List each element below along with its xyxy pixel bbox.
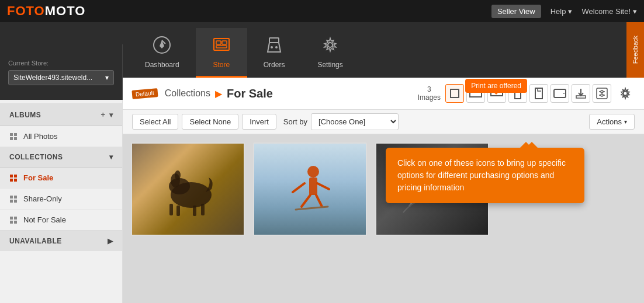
albums-label: ALBUMS (9, 111, 41, 119)
all-photos-label: All Photos (23, 132, 58, 141)
svg-rect-30 (535, 88, 542, 99)
download-svg (575, 88, 587, 99)
settings-icon (321, 36, 340, 58)
share-only-icon (9, 195, 18, 203)
add-album-button[interactable]: ＋ ▾ (99, 110, 113, 120)
tab-orders[interactable]: Orders (247, 28, 302, 78)
breadcrumb-current: For Sale (227, 87, 273, 100)
select-all-button[interactable]: Select All (132, 114, 178, 130)
svg-point-46 (175, 170, 181, 180)
svg-rect-12 (10, 137, 13, 140)
tab-dashboard-label: Dashboard (145, 61, 179, 69)
svg-rect-26 (451, 89, 459, 97)
svg-rect-19 (14, 196, 17, 198)
albums-section-header: ALBUMS ＋ ▾ (0, 104, 122, 126)
image-thumb-horse[interactable] (131, 142, 245, 236)
square-format-icon[interactable] (445, 84, 464, 103)
sidebar-item-share-only[interactable]: Share-Only (0, 189, 122, 210)
horse-image (132, 144, 244, 235)
not-for-sale-label: Not For Sale (23, 215, 66, 224)
collections-section-header: COLLECTIONS ▾ (0, 147, 122, 168)
svg-rect-48 (176, 206, 180, 216)
collections-label: COLLECTIONS (9, 153, 63, 161)
breadcrumb: Default Collections ▶ For Sale (132, 87, 273, 100)
svg-line-54 (317, 183, 329, 189)
top-nav-bar: FOTOMOTO Seller View Help ▾ Welcome Site… (0, 0, 644, 22)
svg-rect-52 (309, 177, 317, 195)
image-thumb-skier[interactable] (253, 142, 367, 236)
seller-view-button[interactable]: Seller View (491, 5, 541, 18)
svg-line-53 (293, 183, 304, 192)
tab-orders-label: Orders (264, 61, 285, 69)
sidebar-item-for-sale[interactable]: For Sale (0, 168, 122, 189)
current-store-value: SiteWelder493.siteweld... (13, 74, 92, 82)
actions-button[interactable]: Actions (589, 114, 635, 130)
svg-rect-14 (10, 175, 13, 177)
sort-by-label: Sort by (283, 117, 307, 126)
invert-button[interactable]: Invert (242, 114, 276, 130)
chevron-right-icon-unavailable[interactable]: ▶ (108, 237, 113, 245)
unavailable-label: UNAVAILABLE (9, 237, 62, 245)
svg-rect-22 (10, 217, 13, 220)
sidebar-item-not-for-sale[interactable]: Not For Sale (0, 210, 122, 231)
svg-rect-13 (14, 137, 17, 140)
plus-icon: ＋ (99, 110, 107, 120)
select-none-button[interactable]: Select None (182, 114, 238, 130)
settings-overlay-svg (596, 88, 608, 99)
svg-line-56 (316, 195, 322, 207)
store-icon (212, 36, 231, 58)
main-layout: Overview ALBUMS ＋ ▾ All Photos COLLECTIO… (0, 78, 644, 303)
svg-rect-18 (10, 196, 13, 198)
default-badge: Default (131, 88, 158, 99)
breadcrumb-arrow-icon: ▶ (215, 88, 222, 99)
svg-rect-49 (193, 206, 196, 216)
sidebar-item-all-photos[interactable]: All Photos (0, 126, 122, 147)
feedback-tab[interactable]: Feedback (626, 22, 644, 78)
svg-point-8 (275, 46, 278, 48)
svg-rect-10 (10, 133, 13, 136)
print-tooltip: Print are offered (465, 79, 527, 93)
top-nav-right: Seller View Help ▾ Welcome Site! ▾ (491, 5, 637, 18)
svg-rect-25 (14, 221, 17, 224)
svg-point-51 (307, 166, 319, 177)
tab-settings[interactable]: Settings (301, 28, 359, 78)
header-right: Print are offered 3 Images (418, 84, 635, 103)
sort-select[interactable]: [Choose One] (311, 113, 399, 130)
settings-overlay-icon[interactable] (593, 84, 611, 103)
for-sale-label: For Sale (23, 173, 53, 182)
svg-point-9 (328, 43, 333, 47)
svg-rect-21 (14, 200, 17, 203)
page-format-icon[interactable] (529, 84, 548, 103)
logo: FOTOMOTO (7, 4, 85, 19)
gear-button[interactable] (616, 84, 635, 103)
skier-image (254, 144, 366, 235)
tablet-format-icon[interactable] (550, 84, 569, 103)
for-sale-icon (9, 174, 18, 182)
svg-rect-3 (216, 41, 221, 44)
images-number: 3 (418, 85, 441, 93)
images-count: 3 Images (418, 85, 441, 102)
welcome-link[interactable]: Welcome Site! ▾ (581, 7, 637, 16)
feedback-label: Feedback (632, 36, 639, 64)
logo-foto: FOTO (7, 4, 45, 18)
tooltip-arrow-up (520, 142, 532, 148)
logo-moto: MOTO (45, 4, 86, 18)
download-format-icon[interactable] (572, 84, 590, 103)
tab-store[interactable]: Store (196, 28, 247, 78)
svg-point-38 (601, 90, 603, 93)
svg-rect-6 (269, 38, 279, 43)
collections-breadcrumb-link[interactable]: Collections (165, 88, 210, 99)
chevron-down-icon-store: ▾ (105, 74, 109, 82)
svg-rect-17 (14, 179, 17, 182)
current-store-dropdown[interactable]: SiteWelder493.siteweld... ▾ (8, 70, 114, 85)
svg-rect-24 (10, 221, 13, 224)
svg-rect-15 (14, 175, 17, 177)
svg-rect-47 (169, 204, 173, 215)
tablet-print-svg (553, 88, 566, 99)
photos-icon (9, 133, 18, 141)
help-link[interactable]: Help ▾ (550, 7, 573, 16)
tab-dashboard[interactable]: Dashboard (129, 28, 196, 78)
dashboard-icon (153, 36, 171, 58)
tab-settings-label: Settings (317, 61, 342, 69)
chevron-down-icon-collections[interactable]: ▾ (109, 153, 113, 161)
